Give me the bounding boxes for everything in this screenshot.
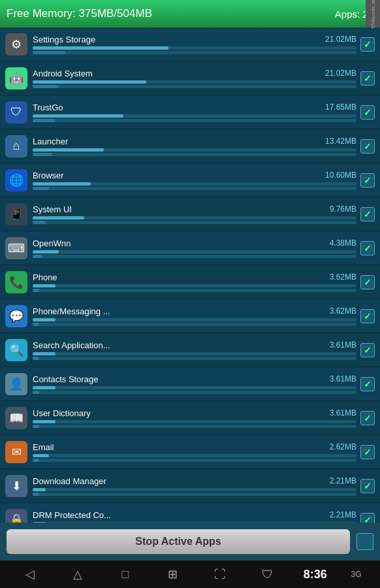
app-size: 3.61MB bbox=[330, 408, 356, 417]
progress-bar-primary bbox=[33, 216, 356, 220]
app-icon-house: ⌂ bbox=[5, 135, 27, 157]
app-checkbox[interactable] bbox=[360, 343, 375, 357]
app-info: DRM Protected Co... 2.21MB bbox=[33, 510, 356, 525]
clock: 8:36 bbox=[304, 568, 327, 581]
app-size: 9.76MB bbox=[330, 204, 356, 214]
app-checkbox[interactable] bbox=[360, 275, 375, 289]
expand-icon: ⛶ bbox=[208, 563, 232, 586]
progress-bar-secondary bbox=[33, 221, 356, 224]
home-button[interactable]: △ bbox=[66, 563, 89, 586]
app-checkbox[interactable] bbox=[360, 139, 375, 154]
app-name: Contacts Storage bbox=[33, 374, 98, 384]
app-info: User Dictionary 3.61MB bbox=[33, 408, 356, 428]
list-item[interactable]: ✉ Email 2.62MB bbox=[0, 435, 380, 469]
progress-bar-secondary bbox=[33, 187, 356, 190]
progress-bar-secondary bbox=[33, 51, 356, 54]
app-checkbox[interactable] bbox=[360, 105, 375, 120]
progress-bar-secondary bbox=[33, 153, 356, 156]
app-icon-phone: 📞 bbox=[5, 271, 27, 293]
app-info: Contacts Storage 3.61MB bbox=[33, 374, 356, 394]
list-item[interactable]: 📖 User Dictionary 3.61MB bbox=[0, 401, 380, 435]
grid-button[interactable]: ⊞ bbox=[161, 563, 185, 586]
app-icon-drm: 🔒 bbox=[5, 509, 27, 525]
side-bar: 554words.de bbox=[366, 0, 380, 27]
app-checkbox[interactable] bbox=[360, 411, 375, 425]
app-name: Launcher bbox=[33, 137, 68, 146]
app-info: TrustGo 17.65MB bbox=[33, 103, 356, 122]
memory-value: 375MB/504MB bbox=[79, 7, 152, 20]
list-item[interactable]: 🌐 Browser 10.60MB bbox=[0, 163, 380, 197]
list-item[interactable]: 💬 Phone/Messaging ... 3.62MB bbox=[0, 299, 380, 333]
list-item[interactable]: 📞 Phone 3.62MB bbox=[0, 265, 380, 299]
list-item[interactable]: ⚙ Settings Storage 21.02MB bbox=[0, 27, 380, 61]
app-name: System UI bbox=[33, 204, 72, 214]
app-checkbox[interactable] bbox=[360, 377, 375, 391]
progress-bar-primary bbox=[33, 80, 356, 84]
list-item[interactable]: 🤖 Android System 21.02MB bbox=[0, 61, 380, 95]
app-name: Email bbox=[33, 442, 54, 452]
app-checkbox[interactable] bbox=[360, 445, 375, 459]
progress-bar-secondary bbox=[33, 493, 356, 496]
app-size: 2.21MB bbox=[330, 510, 356, 519]
progress-bar-primary bbox=[33, 454, 356, 457]
select-all-checkbox[interactable] bbox=[356, 533, 373, 550]
app-name: OpenWnn bbox=[33, 238, 71, 248]
header: Free Memory: 375MB/504MB Apps: 23 554wor… bbox=[0, 0, 380, 27]
app-list[interactable]: ⚙ Settings Storage 21.02MB 🤖 bbox=[0, 27, 380, 524]
app-info: Browser 10.60MB bbox=[33, 171, 356, 190]
app-icon-messaging: 💬 bbox=[5, 305, 27, 327]
app-checkbox[interactable] bbox=[360, 309, 375, 323]
app-icon-contacts: 👤 bbox=[5, 373, 27, 395]
back-button[interactable]: ◁ bbox=[18, 563, 42, 586]
progress-bar-secondary bbox=[33, 289, 356, 292]
app-info: Launcher 13.42MB bbox=[33, 137, 356, 156]
app-name: Browser bbox=[33, 171, 64, 180]
app-size: 17.65MB bbox=[325, 103, 356, 112]
progress-bar-secondary bbox=[33, 85, 356, 88]
progress-bar-secondary bbox=[33, 323, 356, 326]
app-checkbox[interactable] bbox=[360, 173, 375, 188]
progress-bar-primary bbox=[33, 352, 356, 355]
progress-bar-primary bbox=[33, 250, 356, 253]
app-checkbox[interactable] bbox=[360, 241, 375, 255]
list-item[interactable]: 👤 Contacts Storage 3.61MB bbox=[0, 367, 380, 401]
signal-indicator: 3G bbox=[351, 570, 362, 579]
progress-bar-primary bbox=[33, 488, 356, 491]
app-info: OpenWnn 4.38MB bbox=[33, 238, 356, 258]
app-icon-keyboard: ⌨ bbox=[5, 237, 27, 259]
progress-bar-primary bbox=[33, 420, 356, 423]
progress-bar-secondary bbox=[33, 255, 356, 258]
app-info: Phone 3.62MB bbox=[33, 272, 356, 292]
list-item[interactable]: ⌨ OpenWnn 4.38MB bbox=[0, 231, 380, 265]
list-item[interactable]: ⌂ Launcher 13.42MB bbox=[0, 129, 380, 163]
app-info: Settings Storage 21.02MB bbox=[33, 35, 356, 54]
app-size: 2.21MB bbox=[330, 476, 356, 485]
app-name: Android System bbox=[33, 69, 93, 78]
app-checkbox[interactable] bbox=[360, 37, 375, 52]
recents-button[interactable]: □ bbox=[114, 563, 137, 586]
app-size: 3.62MB bbox=[330, 306, 356, 316]
free-memory-label: Free Memory: 375MB/504MB bbox=[7, 7, 152, 20]
app-size: 10.60MB bbox=[325, 171, 356, 180]
list-item[interactable]: 🔒 DRM Protected Co... 2.21MB bbox=[0, 503, 380, 524]
app-name: Search Application... bbox=[33, 340, 110, 350]
progress-bar-secondary bbox=[33, 119, 356, 122]
stop-active-apps-button[interactable]: Stop Active Apps bbox=[7, 529, 350, 554]
app-checkbox[interactable] bbox=[360, 207, 375, 221]
list-item[interactable]: 📱 System UI 9.76MB bbox=[0, 197, 380, 231]
app-name: Phone/Messaging ... bbox=[33, 306, 110, 316]
app-info: System UI 9.76MB bbox=[33, 204, 356, 224]
app-icon-dict: 📖 bbox=[5, 407, 27, 429]
app-icon-android: 🤖 bbox=[5, 67, 27, 90]
nav-bar: ◁ △ □ ⊞ ⛶ 🛡 8:36 3G bbox=[0, 561, 380, 588]
app-icon-download: ⬇ bbox=[5, 475, 27, 497]
app-info: Search Application... 3.61MB bbox=[33, 340, 356, 360]
list-item[interactable]: 🛡 TrustGo 17.65MB bbox=[0, 95, 380, 129]
app-info: Download Manager 2.21MB bbox=[33, 476, 356, 496]
app-checkbox[interactable] bbox=[360, 71, 375, 86]
list-item[interactable]: ⬇ Download Manager 2.21MB bbox=[0, 469, 380, 503]
app-icon-gear: ⚙ bbox=[5, 33, 27, 56]
list-item[interactable]: 🔍 Search Application... 3.61MB bbox=[0, 333, 380, 367]
app-checkbox[interactable] bbox=[360, 479, 375, 493]
progress-bar-secondary bbox=[33, 459, 356, 462]
